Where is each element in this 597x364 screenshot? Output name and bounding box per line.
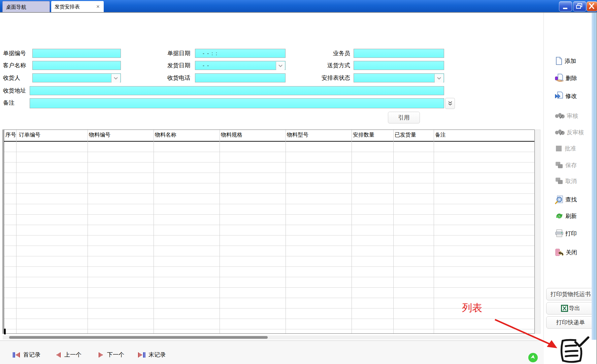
- col-material-name[interactable]: 物料名称: [155, 132, 176, 139]
- status-dropdown-button[interactable]: [434, 74, 443, 82]
- print-button[interactable]: 打印: [555, 228, 577, 239]
- tab-shipping-arrangement[interactable]: 发货安排表 ×: [51, 1, 104, 12]
- modify-document-icon: [555, 92, 564, 100]
- annotation-list-label: 列表: [462, 301, 482, 315]
- last-record-icon: [137, 352, 146, 358]
- grid-header: 序号 订单编号 物料编号 物料名称 物料规格 物料型号 安排数量 已发货量 备注: [4, 130, 534, 142]
- status-combobox[interactable]: [354, 73, 444, 82]
- new-document-icon: [555, 57, 563, 65]
- restore-icon: [573, 2, 585, 10]
- audit-button: 审核: [555, 111, 578, 121]
- col-shipped-qty[interactable]: 已发货量: [395, 132, 416, 139]
- reverse-audit-icon: [555, 129, 565, 136]
- add-button[interactable]: 添加: [555, 56, 576, 66]
- chevron-down-icon: [437, 77, 441, 80]
- minimize-icon: [559, 2, 571, 10]
- phone-field[interactable]: [195, 73, 286, 82]
- receiver-dropdown-button[interactable]: [111, 74, 120, 82]
- col-material-model[interactable]: 物料型号: [287, 132, 308, 139]
- save-icon: [555, 161, 564, 169]
- quote-button[interactable]: 引用: [388, 112, 420, 123]
- refresh-button[interactable]: 刷新: [555, 211, 577, 221]
- remark-expand-button[interactable]: [445, 98, 455, 109]
- grid-horizontal-scrollbar[interactable]: [3, 335, 535, 339]
- reverse-audit-button: 反审核: [555, 127, 584, 137]
- delete-document-icon: [555, 74, 564, 82]
- chevron-down-icon: [278, 65, 283, 67]
- items-grid[interactable]: 序号 订单编号 物料编号 物料名称 物料规格 物料型号 安排数量 已发货量 备注: [3, 130, 535, 334]
- approve-button: 批准: [555, 143, 576, 153]
- tab-label: 发货安排表: [55, 1, 80, 12]
- save-button: 保存: [555, 160, 577, 170]
- receiver-combobox[interactable]: [32, 73, 121, 82]
- grid-vertical-scrollbar[interactable]: [535, 130, 540, 334]
- cancel-button: 取消: [555, 176, 577, 186]
- remark-field[interactable]: [30, 98, 444, 108]
- export-button[interactable]: 导出: [546, 302, 595, 315]
- content-divider: [543, 13, 544, 341]
- grid-body[interactable]: [4, 142, 534, 333]
- ship-date-label: 发货日期: [141, 61, 190, 70]
- customer-field[interactable]: [32, 61, 121, 70]
- previous-record-button[interactable]: 上一个: [55, 351, 81, 359]
- right-edge-scrollbar[interactable]: [592, 13, 597, 340]
- delete-button[interactable]: 删除: [555, 73, 577, 83]
- doc-date-field[interactable]: - - : :: [195, 49, 286, 58]
- close-icon: [587, 2, 596, 10]
- tab-close-icon[interactable]: ×: [96, 4, 100, 9]
- delivery-method-label: 送货方式: [296, 61, 350, 70]
- next-icon: [98, 352, 104, 358]
- phone-label: 收货电话: [141, 73, 190, 82]
- first-record-icon: [12, 352, 21, 358]
- ship-date-dropdown-button[interactable]: [276, 62, 285, 70]
- previous-icon: [55, 352, 62, 358]
- receiver-label: 收货人: [3, 73, 20, 82]
- refresh-icon: [555, 212, 564, 220]
- col-seq[interactable]: 序号: [5, 132, 16, 139]
- doc-no-field[interactable]: [32, 49, 121, 58]
- salesman-label: 业务员: [296, 49, 350, 58]
- col-arranged-qty[interactable]: 安排数量: [353, 132, 374, 139]
- status-bar: [0, 341, 544, 364]
- delivery-method-field[interactable]: [354, 61, 444, 70]
- status-label: 安排表状态: [296, 73, 350, 82]
- next-record-button[interactable]: 下一个: [98, 351, 124, 359]
- current-row-indicator: [4, 329, 6, 334]
- shipping-arrangement-window: 桌面导航 发货安排表 × 单据编号 客户名称 收货人 收货地址 备注 单据日期 …: [0, 0, 597, 364]
- find-button[interactable]: 查找: [555, 194, 577, 205]
- tabbar-separator: [0, 12, 597, 13]
- doc-date-label: 单据日期: [141, 49, 190, 58]
- scrollbar-thumb[interactable]: [9, 336, 268, 339]
- col-remark[interactable]: 备注: [435, 132, 446, 139]
- tab-desktop-navigation[interactable]: 桌面导航: [2, 1, 50, 12]
- green-circle-icon[interactable]: [528, 353, 538, 363]
- search-icon: [555, 195, 564, 204]
- ship-date-picker[interactable]: - -: [195, 61, 286, 70]
- first-record-button[interactable]: 首记录: [12, 351, 40, 359]
- customer-label: 客户名称: [3, 61, 26, 70]
- excel-icon: [561, 305, 568, 312]
- col-material-no[interactable]: 物料编号: [89, 132, 110, 139]
- close-form-button[interactable]: 关闭: [555, 247, 577, 257]
- list-document-icon[interactable]: [556, 336, 590, 364]
- last-record-button[interactable]: 末记录: [137, 351, 166, 359]
- audit-icon: [555, 112, 565, 119]
- close-book-icon: [555, 248, 564, 257]
- tab-label: 桌面导航: [6, 4, 26, 10]
- print-consignment-button[interactable]: 打印货物托运书: [546, 288, 595, 300]
- printer-icon: [555, 229, 564, 238]
- salesman-field[interactable]: [354, 49, 444, 58]
- approve-icon: [555, 145, 563, 152]
- annotation-arrow: [490, 315, 567, 357]
- chevron-down-icon: [114, 77, 118, 80]
- col-order-no[interactable]: 订单编号: [19, 132, 40, 139]
- minimize-button[interactable]: [559, 1, 572, 11]
- modify-button[interactable]: 修改: [555, 91, 577, 101]
- address-field[interactable]: [30, 86, 444, 95]
- remark-label: 备注: [3, 98, 14, 107]
- restore-button[interactable]: [573, 1, 586, 11]
- close-button[interactable]: [587, 1, 597, 11]
- cancel-icon: [555, 177, 564, 185]
- col-material-spec[interactable]: 物料规格: [221, 132, 242, 139]
- address-label: 收货地址: [3, 86, 26, 95]
